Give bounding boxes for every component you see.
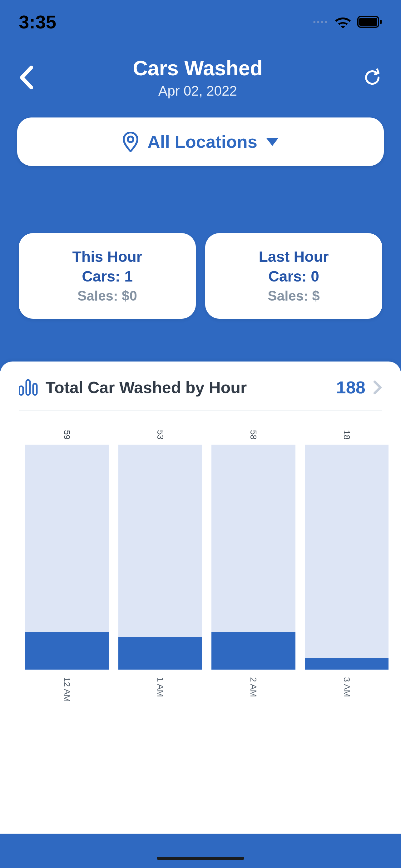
page-date: Apr 02, 2022: [133, 83, 263, 99]
bar-track: [119, 445, 202, 670]
last-hour-title: Last Hour: [211, 248, 376, 265]
chart-bars: 5912 AM531 AM582 AM183 AM: [25, 418, 389, 702]
connection-dots-icon: ••••: [313, 18, 329, 26]
chevron-right-icon: [373, 380, 382, 395]
page-title: Cars Washed: [133, 56, 263, 80]
bar-value-label: 18: [342, 430, 352, 440]
refresh-button[interactable]: [362, 67, 382, 88]
chevron-down-icon: [266, 138, 278, 146]
last-hour-cars: Cars: 0: [211, 268, 376, 285]
status-right: ••••: [313, 16, 382, 28]
nav-center: Cars Washed Apr 02, 2022: [133, 56, 263, 99]
chart-area: 5912 AM531 AM582 AM183 AM: [25, 418, 389, 815]
bar-track: [25, 445, 109, 670]
chart-bar: 531 AM: [119, 430, 202, 702]
svg-rect-5: [26, 380, 30, 395]
svg-rect-4: [20, 386, 23, 395]
this-hour-cars: Cars: 1: [25, 268, 190, 285]
this-hour-card[interactable]: This Hour Cars: 1 Sales: $0: [19, 233, 196, 319]
bar-category-label: 12 AM: [62, 677, 72, 702]
bar-value-label: 58: [248, 430, 258, 440]
svg-rect-6: [33, 384, 37, 395]
chart-total: 188: [336, 377, 365, 398]
bar-track: [211, 445, 295, 670]
back-button[interactable]: [19, 66, 33, 89]
status-time: 3:35: [19, 11, 56, 33]
home-indicator: [157, 857, 244, 860]
svg-rect-1: [359, 18, 377, 26]
location-label: All Locations: [147, 131, 257, 152]
last-hour-card[interactable]: Last Hour Cars: 0 Sales: $: [205, 233, 382, 319]
bar-fill: [119, 637, 202, 670]
location-selector[interactable]: All Locations: [17, 118, 384, 166]
svg-point-3: [128, 136, 133, 142]
nav-bar: Cars Washed Apr 02, 2022: [0, 44, 401, 108]
bar-chart-icon: [19, 379, 38, 396]
chart-panel-header[interactable]: Total Car Washed by Hour 188: [19, 377, 382, 410]
bar-fill: [211, 632, 295, 670]
bar-category-label: 1 AM: [155, 677, 165, 702]
wifi-icon: [335, 16, 351, 28]
this-hour-sales: Sales: $0: [25, 288, 190, 304]
bar-fill: [25, 632, 109, 670]
svg-rect-2: [380, 20, 381, 24]
battery-icon: [357, 16, 382, 28]
bar-category-label: 3 AM: [342, 677, 352, 702]
last-hour-sales: Sales: $: [211, 288, 376, 304]
chart-bar: 183 AM: [305, 430, 389, 702]
bar-category-label: 2 AM: [248, 677, 258, 702]
bar-value-label: 59: [62, 430, 72, 440]
bar-value-label: 53: [155, 430, 165, 440]
bar-track: [305, 445, 389, 670]
this-hour-title: This Hour: [25, 248, 190, 265]
bar-fill: [305, 658, 389, 670]
location-pin-icon: [123, 132, 139, 152]
chart-bar: 5912 AM: [25, 430, 109, 702]
chart-panel: Total Car Washed by Hour 188 5912 AM531 …: [0, 362, 401, 834]
chart-bar: 582 AM: [211, 430, 295, 702]
chart-title: Total Car Washed by Hour: [45, 378, 329, 397]
status-bar: 3:35 ••••: [0, 0, 401, 44]
stats-row: This Hour Cars: 1 Sales: $0 Last Hour Ca…: [0, 233, 401, 319]
